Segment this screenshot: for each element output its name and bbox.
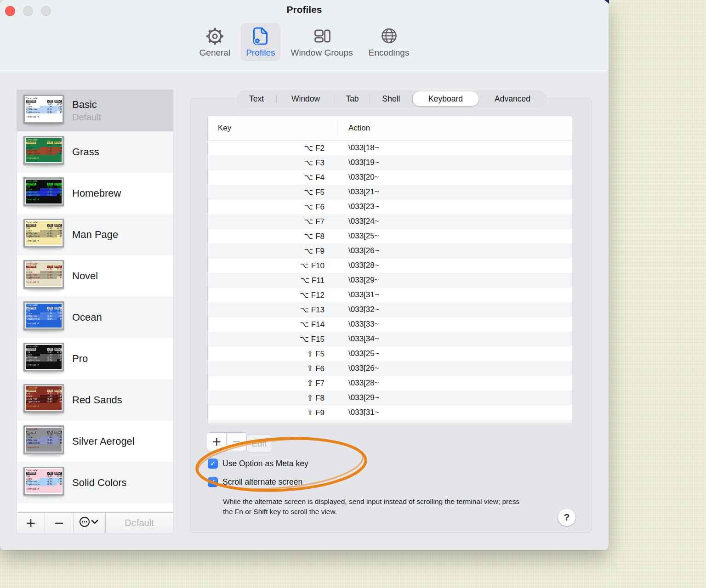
remove-shortcut-button[interactable]: − (227, 432, 246, 451)
profile-subtitle: Default (72, 112, 101, 123)
shortcut-row-opt-f6[interactable]: ⌥ F6\033[23~ (208, 199, 572, 214)
tab-advanced[interactable]: Advanced (478, 91, 547, 107)
column-header-action[interactable]: Action (348, 116, 370, 140)
profile-row-pro[interactable]: Terminal#COMMAND%CPU RPRVTtop4.2%231KXco… (17, 338, 173, 379)
key-cell: ⌥ F8 (208, 229, 337, 243)
shortcut-row-opt-f13[interactable]: ⌥ F13\033[32~ (208, 302, 572, 317)
profile-row-silver-aerogel[interactable]: Terminal#COMMAND%CPU RPRVTtop4.2%231KXco… (17, 421, 173, 462)
profile-name: Man Page (72, 229, 118, 241)
profile-row-man-page[interactable]: Terminal#COMMAND%CPU RPRVTtop4.2%231KXco… (17, 214, 173, 255)
table-body: ⌥ F2\033[18~⌥ F3\033[19~⌥ F4\033[20~⌥ F5… (208, 141, 572, 420)
profile-row-basic[interactable]: Terminal#COMMAND%CPU RPRVTtop4.2%231KXco… (17, 90, 173, 131)
shortcut-row-opt-f7[interactable]: ⌥ F7\033[24~ (208, 214, 572, 229)
key-cell: ⌥ F15 (208, 332, 337, 346)
toolbar-item-profiles[interactable]: Profiles (240, 23, 280, 61)
profile-row-solid-colors[interactable]: Terminal#COMMAND%CPU RPRVTtop4.2%231KXco… (17, 462, 173, 503)
mini-terminal-preview: Terminal#COMMAND%CPU RPRVTtop4.2%231KXco… (25, 344, 63, 370)
shortcut-row-opt-f4[interactable]: ⌥ F4\033[20~ (208, 170, 572, 185)
profile-name: Silver Aerogel (72, 435, 135, 447)
shortcut-row-opt-f14[interactable]: ⌥ F14\033[33~ (208, 317, 572, 332)
edit-shortcut-button[interactable]: Edit (246, 435, 272, 452)
shortcut-row-shift-f7[interactable]: ⇧ F7\033[28~ (208, 376, 572, 390)
scroll-alternate-screen-checkbox[interactable]: ✓ (208, 477, 218, 487)
plus-icon: + (26, 516, 36, 529)
minus-icon: − (232, 436, 241, 447)
shortcut-row-shift-f6[interactable]: ⇧ F6\033[26~ (208, 361, 572, 376)
check-icon: ✓ (210, 459, 216, 468)
help-button[interactable]: ? (558, 509, 575, 526)
shortcut-row-opt-f9[interactable]: ⌥ F9\033[26~ (208, 243, 572, 258)
toolbar-item-encodings[interactable]: Encodings (363, 23, 415, 61)
toolbar-item-label: Encodings (369, 48, 410, 58)
toolbar-item-window-groups[interactable]: Window Groups (285, 23, 359, 61)
key-cell: ⌥ F7 (208, 214, 337, 229)
shortcut-row-opt-f2[interactable]: ⌥ F2\033[18~ (208, 141, 572, 155)
profile-thumbnail: Terminal#COMMAND%CPU RPRVTtop4.2%231KXco… (23, 260, 65, 293)
scroll-alternate-screen-label[interactable]: Scroll alternate screen (222, 477, 302, 487)
toolbar-item-general[interactable]: General (194, 23, 236, 61)
action-cell: \033[26~ (337, 361, 379, 376)
profile-name: Pro (72, 353, 88, 365)
profile-thumbnail: Terminal#COMMAND%CPU RPRVTtop4.2%231KXco… (23, 219, 65, 251)
option-key-icon: ⌥ (304, 232, 313, 241)
sidebar-toolbar: + − Default (17, 512, 173, 533)
action-cell: \033[32~ (337, 302, 379, 317)
option-key-icon: ⌥ (304, 202, 313, 211)
option-key-icon: ⌥ (301, 276, 310, 285)
profile-row-novel[interactable]: Terminal#COMMAND%CPU RPRVTtop4.2%231KXco… (17, 255, 173, 297)
scroll-alternate-screen-row: ✓ Scroll alternate screen (208, 477, 302, 487)
profile-row-red-sands[interactable]: Terminal#COMMAND%CPU RPRVTtop4.2%231KXco… (17, 379, 173, 421)
mini-terminal-preview: Terminal#COMMAND%CPU RPRVTtop4.2%231KXco… (25, 137, 63, 164)
use-option-as-meta-key-checkbox[interactable]: ✓ (208, 458, 218, 469)
titlebar: Profiles General Profiles Window Groups … (0, 0, 609, 72)
question-mark-icon: ? (564, 512, 570, 523)
shortcut-row-opt-f11[interactable]: ⌥ F11\033[29~ (208, 273, 572, 288)
action-cell: \033[29~ (337, 273, 379, 288)
key-cell: ⌥ F4 (208, 170, 337, 185)
profiles-sidebar: Terminal#COMMAND%CPU RPRVTtop4.2%231KXco… (17, 90, 173, 533)
shift-key-icon: ⇧ (307, 408, 313, 417)
profile-thumbnail: Terminal#COMMAND%CPU RPRVTtop4.2%231KXco… (23, 343, 65, 375)
tab-tab[interactable]: Tab (335, 91, 370, 107)
shortcut-row-opt-f8[interactable]: ⌥ F8\033[25~ (208, 229, 572, 243)
shift-key-icon: ⇧ (307, 349, 313, 358)
remove-profile-button[interactable]: − (45, 513, 74, 533)
profile-name: Red Sands (72, 394, 122, 406)
key-cell: ⌥ F14 (208, 317, 337, 332)
tab-keyboard[interactable]: Keyboard (413, 91, 478, 106)
profile-row-grass[interactable]: Terminal#COMMAND%CPU RPRVTtop4.2%231KXco… (17, 131, 173, 173)
tab-text[interactable]: Text (237, 91, 276, 107)
shortcut-row-shift-f8[interactable]: ⇧ F8\033[29~ (208, 390, 572, 405)
default-profile-button[interactable]: Default (106, 513, 173, 533)
profile-actions-menu-button[interactable] (74, 513, 106, 533)
option-key-icon: ⌥ (300, 261, 309, 270)
add-shortcut-button[interactable]: + (207, 432, 227, 451)
shortcut-row-opt-f3[interactable]: ⌥ F3\033[19~ (208, 155, 572, 170)
column-header-key[interactable]: Key (218, 116, 231, 140)
keyboard-shortcuts-table: Key Action ⌥ F2\033[18~⌥ F3\033[19~⌥ F4\… (207, 116, 572, 424)
action-cell: \033[24~ (337, 214, 379, 229)
shortcut-row-shift-f5[interactable]: ⇧ F5\033[25~ (208, 346, 572, 361)
profile-row-homebrew[interactable]: Terminal#COMMAND%CPU RPRVTtop4.2%231KXco… (17, 173, 173, 214)
key-cell: ⇧ F8 (208, 390, 337, 405)
tab-window[interactable]: Window (277, 91, 335, 107)
action-cell: \033[26~ (337, 243, 379, 258)
option-key-icon: ⌥ (300, 320, 309, 329)
shortcut-row-opt-f10[interactable]: ⌥ F10\033[28~ (208, 258, 572, 273)
preferences-window: Profiles General Profiles Window Groups … (0, 0, 609, 550)
add-profile-button[interactable]: + (17, 513, 45, 533)
key-cell: ⌥ F3 (208, 155, 337, 170)
key-cell: ⇧ F6 (208, 361, 337, 376)
shortcut-row-opt-f15[interactable]: ⌥ F15\033[34~ (208, 332, 572, 346)
use-option-as-meta-key-label[interactable]: Use Option as Meta key (222, 459, 308, 469)
column-divider[interactable] (337, 121, 337, 136)
table-header: Key Action (208, 116, 572, 141)
shortcut-row-shift-f9[interactable]: ⇧ F9\033[31~ (208, 405, 572, 420)
shortcut-row-opt-f12[interactable]: ⌥ F12\033[31~ (208, 288, 572, 302)
shortcut-row-opt-f5[interactable]: ⌥ F5\033[21~ (208, 185, 572, 199)
tab-shell[interactable]: Shell (370, 91, 412, 107)
toolbar-item-label: Window Groups (291, 48, 353, 58)
action-cell: \033[21~ (337, 185, 379, 199)
profile-row-ocean[interactable]: Terminal#COMMAND%CPU RPRVTtop4.2%231KXco… (17, 297, 173, 338)
profile-thumbnail: Terminal#COMMAND%CPU RPRVTtop4.2%231KXco… (23, 136, 65, 169)
